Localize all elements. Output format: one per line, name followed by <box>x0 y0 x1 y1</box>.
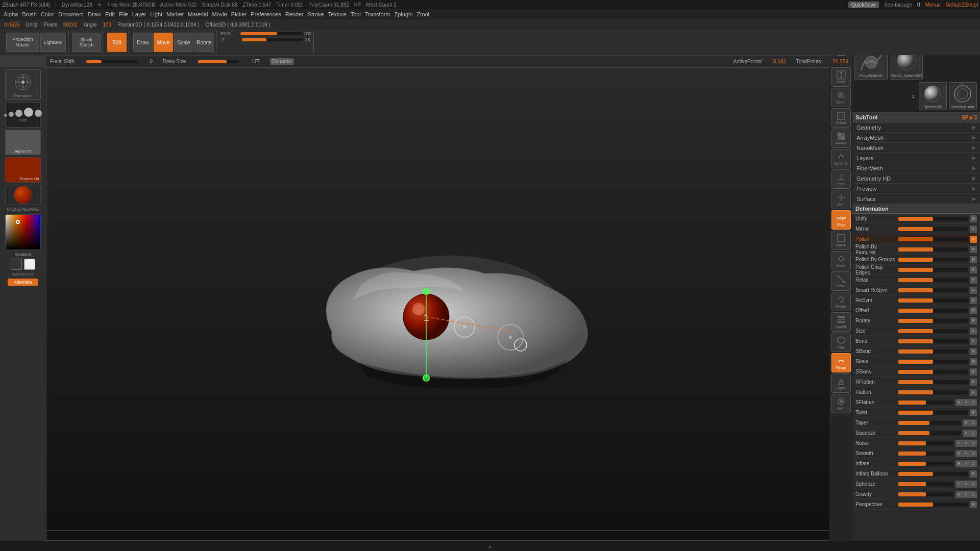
menu-picker[interactable]: Picker <box>230 11 249 17</box>
deform-mirror[interactable]: Mirror R <box>852 224 980 234</box>
mini-tool-solo[interactable]: Solo <box>831 394 851 413</box>
deform-unify[interactable]: Unify R <box>852 214 980 224</box>
menu-light[interactable]: Light <box>149 11 164 17</box>
menu-layer[interactable]: Layer <box>131 11 148 17</box>
mini-tool-laxm[interactable]: LAxm <box>831 190 851 209</box>
subtool-arraymesh[interactable]: ArrayMesh ▶ <box>852 133 980 143</box>
material-preview[interactable] <box>5 185 41 205</box>
deform-relax[interactable]: Relax R <box>852 275 980 285</box>
deformation-header[interactable]: Deformation <box>852 204 980 214</box>
focal-slider[interactable] <box>86 60 137 63</box>
sphere3d-thumb[interactable]: Sphere3D <box>919 82 947 110</box>
alpha-preview[interactable]: Alpha Off <box>5 130 41 155</box>
menu-ztool[interactable]: Ztool <box>415 11 431 17</box>
draw-size-slider[interactable] <box>198 60 239 63</box>
subtool-fibermesh[interactable]: FiberMesh ▶ <box>852 163 980 173</box>
menu-color[interactable]: Color <box>39 11 56 17</box>
deform-squeeze[interactable]: Squeeze R 2 <box>852 428 980 438</box>
menu-preferences[interactable]: Preferences <box>249 11 282 17</box>
scale-button[interactable]: Scale <box>174 33 193 52</box>
foreground-color[interactable] <box>11 259 22 270</box>
menu-file[interactable]: File <box>117 11 130 17</box>
mini-tool-linefill[interactable]: LineFill <box>831 312 851 332</box>
texture-preview[interactable]: Texture Off <box>5 157 41 183</box>
deform-spherize[interactable]: Spherize R Y 2 <box>852 479 980 489</box>
menu-marker[interactable]: Marker <box>165 11 185 17</box>
canvas-area[interactable]: 1 <box>46 67 852 541</box>
subtool-preview[interactable]: Preview ▶ <box>852 184 980 194</box>
deform-noise[interactable]: Noise R Y 2 <box>852 438 980 448</box>
mini-tool-zoom[interactable]: Zoom <box>831 88 851 107</box>
menu-draw[interactable]: Draw <box>86 11 103 17</box>
mini-tool-move[interactable]: Move <box>831 251 851 270</box>
deform-sskew[interactable]: SSkew R <box>852 367 980 377</box>
edit-button[interactable]: Edit <box>107 33 127 52</box>
background-color[interactable] <box>24 259 35 270</box>
deform-taper[interactable]: Taper R 2 <box>852 418 980 428</box>
deform-twist[interactable]: Twist R <box>852 408 980 418</box>
deform-smart-resym[interactable]: Smart ReSym R <box>852 285 980 295</box>
menu-transform[interactable]: Transform <box>363 11 392 17</box>
deform-polish-crisp[interactable]: Polish Crisp Edges R <box>852 265 980 275</box>
menu-material[interactable]: Material <box>186 11 209 17</box>
quicksave-button[interactable]: QuickSave <box>848 2 879 8</box>
simple-brush-thumb[interactable]: SimpleBrush <box>949 82 977 110</box>
mini-tool-rarup[interactable]: Rarup <box>831 353 851 372</box>
menu-stroke[interactable]: Stroke <box>306 11 326 17</box>
mini-tool-scroll[interactable]: Scroll <box>831 67 851 87</box>
dynamic-label[interactable]: Dynamic <box>270 58 294 65</box>
deform-inflate-balloon[interactable]: Inflate Balloon R <box>852 469 980 479</box>
mini-tool-perp[interactable]: Perp <box>831 169 851 189</box>
subtool-geometryhd[interactable]: Geometry HD ▶ <box>852 173 980 184</box>
mini-tool-scale[interactable]: Scale <box>831 271 851 291</box>
menu-document[interactable]: Document <box>57 11 85 17</box>
lightbox-button[interactable]: LightBox <box>40 33 66 52</box>
deform-skew[interactable]: Skew R <box>852 357 980 367</box>
mini-tool-dynamic[interactable]: Dynamic <box>831 149 851 168</box>
subtool-geometry[interactable]: Geometry ▶ <box>852 122 980 133</box>
mini-tool-rotate[interactable]: Rotate <box>831 292 851 311</box>
subtool-surface[interactable]: Surface ▶ <box>852 194 980 204</box>
mini-tool-frame[interactable]: Frame <box>831 231 851 250</box>
deform-smooth[interactable]: Smooth R Y 2 <box>852 448 980 459</box>
deform-rflatten[interactable]: RFlatten R <box>852 377 980 387</box>
deform-offset[interactable]: Offset R <box>852 306 980 316</box>
deform-polish-features[interactable]: Polish By Features R <box>852 244 980 255</box>
deform-inflate[interactable]: Inflate R Y 2 <box>852 459 980 469</box>
deform-flatten[interactable]: Flatten R <box>852 387 980 397</box>
menu-texture[interactable]: Texture <box>327 11 348 17</box>
menu-render[interactable]: Render <box>284 11 305 17</box>
3d-model[interactable]: 1 <box>271 189 628 419</box>
mini-tool-actual[interactable]: 1:1 Actual <box>831 108 851 128</box>
deform-perspective[interactable]: Perspective R <box>852 499 980 510</box>
default-zscript[interactable]: DefaultZScript <box>946 2 978 8</box>
mini-tool-ghost[interactable]: Ghost <box>831 373 851 393</box>
menu-tool[interactable]: Tool <box>349 11 362 17</box>
subtool-nanomesh[interactable]: NanoMesh ▶ <box>852 143 980 153</box>
color-picker[interactable] <box>5 214 41 250</box>
rotate-button[interactable]: Rotate <box>194 33 214 52</box>
deform-bend[interactable]: Bend R <box>852 336 980 346</box>
menu-brush[interactable]: Brush <box>20 11 38 17</box>
transpose-icon[interactable]: Transpose <box>5 69 41 100</box>
projection-master-button[interactable]: Projection Master <box>6 33 39 52</box>
deform-sbend[interactable]: SBend R <box>852 346 980 357</box>
mini-tool-aahalf[interactable]: AAHalf <box>831 129 851 148</box>
deform-polish-groups[interactable]: Polish By Groups R <box>852 255 980 265</box>
deform-gravity[interactable]: Gravity R Y 2 <box>852 489 980 499</box>
deform-polish[interactable]: Polish R <box>852 234 980 244</box>
subtool-header[interactable]: SubTool SPix 3 <box>852 113 980 122</box>
brush-preview[interactable]: Dots <box>5 102 41 128</box>
draw-button[interactable]: Draw <box>133 33 153 52</box>
alternate-button[interactable]: Alternate <box>8 279 38 286</box>
mini-tool-sxyz[interactable]: SXyz SXyz <box>831 210 851 230</box>
move-button[interactable]: Move <box>154 33 173 52</box>
menu-movie[interactable]: Movie <box>210 11 228 17</box>
menu-zplugin[interactable]: Zplugin <box>393 11 414 17</box>
subtool-layers[interactable]: Layers ▶ <box>852 153 980 163</box>
menus-label[interactable]: Menus <box>925 2 941 8</box>
deform-sflatten[interactable]: SFlatten R Y 2 <box>852 397 980 408</box>
quick-sketch-button[interactable]: Quick Sketch <box>72 33 101 52</box>
menu-alpha[interactable]: Alpha <box>2 11 19 17</box>
deform-rotate[interactable]: Rotate R <box>852 316 980 326</box>
